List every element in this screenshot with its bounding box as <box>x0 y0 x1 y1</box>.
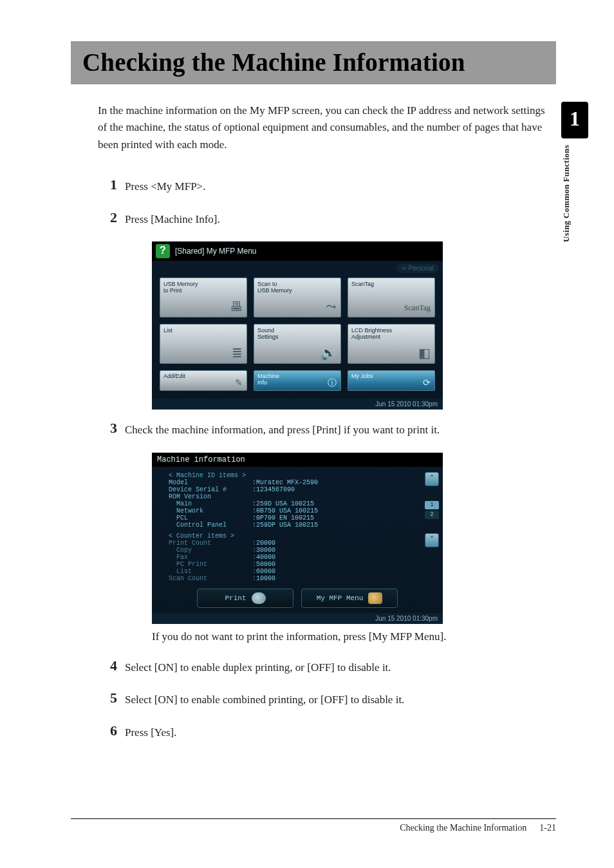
help-icon[interactable] <box>156 244 170 258</box>
scantag-logo: ScanTag <box>404 304 431 313</box>
info-row: Scan Count: 10000 <box>169 575 435 582</box>
info-value: 259DP USA 100215 <box>256 522 318 529</box>
tile-label: Machine Info <box>257 373 279 386</box>
jobs-icon: ⟳ <box>423 377 431 388</box>
step-text: Select [ON] to enable duplex printing, o… <box>125 657 391 676</box>
info-value: 60000 <box>256 568 275 575</box>
footer-page-number: 1-21 <box>539 823 556 833</box>
screenshot-title: Machine information <box>152 453 443 467</box>
tile-label: Scan to USB Memory <box>257 281 292 294</box>
info-label: Print Count <box>169 540 252 547</box>
intro-paragraph: In the machine information on the My MFP… <box>98 102 556 153</box>
step-number: 6 <box>98 722 117 739</box>
info-value: 1234567890 <box>256 486 295 493</box>
personal-toggle[interactable]: ⇐ Personal <box>396 263 439 273</box>
info-label: Scan Count <box>169 575 252 582</box>
info-value: 259D USA 100215 <box>256 500 314 507</box>
info-row: Copy: 30000 <box>169 547 435 554</box>
info-value: 20000 <box>256 540 275 547</box>
scan-usb-icon: ⤳ <box>326 299 337 314</box>
footer-title: Checking the Machine Information <box>400 823 526 833</box>
step-5: 5 Select [ON] to enable combined printin… <box>98 690 556 708</box>
info-label: PC Print <box>169 561 252 568</box>
tile-label: My Jobs <box>351 373 373 379</box>
info-row: Model: Muratec MFX-2590 <box>169 479 435 486</box>
info-value: 10000 <box>256 575 275 582</box>
step-number: 4 <box>98 657 117 674</box>
info-value: 50000 <box>256 561 275 568</box>
info-label: Network <box>169 507 252 514</box>
info-label: ROM Version <box>169 493 252 500</box>
tile-list[interactable]: List≣ <box>160 324 247 364</box>
info-value: 0P700 EN 100215 <box>256 514 314 522</box>
tile-label: Add/Edit <box>163 373 185 379</box>
tile-add-edit[interactable]: Add/Edit✎ <box>160 370 247 391</box>
colon <box>252 493 256 500</box>
brightness-icon: ◧ <box>418 346 431 361</box>
step-3: 3 Check the machine information, and pre… <box>98 420 556 439</box>
screenshot-timestamp: Jun 15 2010 01:30pm <box>152 613 443 624</box>
step-text: Press [Yes]. <box>125 722 176 741</box>
step-text: Select [ON] to enable combined printing,… <box>125 690 404 708</box>
tile-lcd-brightness[interactable]: LCD Brightness Adjustment◧ <box>348 324 435 364</box>
info-label: Control Panel <box>169 522 252 529</box>
scroll-down-button[interactable]: ˅ <box>425 533 439 547</box>
tile-sound-settings[interactable]: Sound Settings🔊 <box>254 324 341 364</box>
page-title: Checking the Machine Information <box>82 48 544 77</box>
button-label: Print <box>225 594 246 602</box>
step-4: 4 Select [ON] to enable duplex printing,… <box>98 657 556 676</box>
page-title-bar: Checking the Machine Information <box>71 41 556 84</box>
tile-scantag[interactable]: ScanTagScanTag <box>348 278 435 317</box>
info-row: Device Serial #: 1234567890 <box>169 486 435 493</box>
info-label: Model <box>169 479 252 486</box>
list-icon: ≣ <box>232 346 243 361</box>
step-number: 3 <box>98 420 117 437</box>
step-6: 6 Press [Yes]. <box>98 722 556 741</box>
tile-machine-info[interactable]: Machine Infoⓘ <box>254 370 341 391</box>
info-row: PCL: 0P700 EN 100215 <box>169 514 435 522</box>
info-row: Print Count: 20000 <box>169 540 435 547</box>
info-row: Fax: 40000 <box>169 554 435 561</box>
screenshot-title: [Shared] My MFP Menu <box>175 247 257 256</box>
info-label: Device Serial # <box>169 486 252 493</box>
step-text: Press <My MFP>. <box>125 176 205 195</box>
info-label: List <box>169 568 252 575</box>
info-row: Network: 0B750 USA 100215 <box>169 507 435 514</box>
tile-scan-to-usb[interactable]: Scan to USB Memory⤳ <box>254 278 341 317</box>
scroll-page-indicator[interactable]: 1 <box>425 501 439 509</box>
print-button[interactable]: Print <box>197 589 293 608</box>
step-1: 1 Press <My MFP>. <box>98 176 556 195</box>
step-number: 5 <box>98 690 117 706</box>
step-number: 2 <box>98 209 117 226</box>
my-mfp-menu-button[interactable]: My MFP Menu <box>301 589 398 608</box>
sound-icon: 🔊 <box>321 346 337 361</box>
section-header: < Machine ID items > <box>169 472 246 479</box>
tile-label: USB Memory to Print <box>163 281 198 294</box>
info-value: 0B750 USA 100215 <box>256 507 318 514</box>
tile-label: List <box>163 327 172 334</box>
info-label: PCL <box>169 514 252 522</box>
section-header: < Counter items > <box>169 533 234 540</box>
tile-label: ScanTag <box>351 281 374 287</box>
info-value: Muratec MFX-2590 <box>256 479 318 486</box>
chapter-number: 1 <box>561 102 588 138</box>
scroll-page-indicator[interactable]: 2 <box>425 511 439 519</box>
screenshot-machine-info: Machine information < Machine ID items >… <box>152 453 443 624</box>
info-row: Main: 259D USA 100215 <box>169 500 435 507</box>
tile-usb-to-print[interactable]: USB Memory to Print🖶 <box>160 278 247 317</box>
tile-label: LCD Brightness Adjustment <box>351 327 392 340</box>
step-number: 1 <box>98 176 117 193</box>
screenshot-header: [Shared] My MFP Menu <box>152 241 443 261</box>
chapter-tab: 1 Using Common Functions <box>561 102 588 242</box>
button-label: My MFP Menu <box>317 594 364 602</box>
info-value: 30000 <box>256 547 275 554</box>
info-value: 40000 <box>256 554 275 561</box>
tile-my-jobs[interactable]: My Jobs⟳ <box>348 370 435 391</box>
info-row: List: 60000 <box>169 568 435 575</box>
info-row: ROM Version <box>169 493 435 500</box>
info-label: Main <box>169 500 252 507</box>
scroll-up-button[interactable]: ˄ <box>425 472 439 486</box>
step-3-sub: If you do not want to print the informat… <box>152 630 556 643</box>
page-footer: Checking the Machine Information 1-21 <box>71 818 556 833</box>
back-icon <box>368 592 382 604</box>
